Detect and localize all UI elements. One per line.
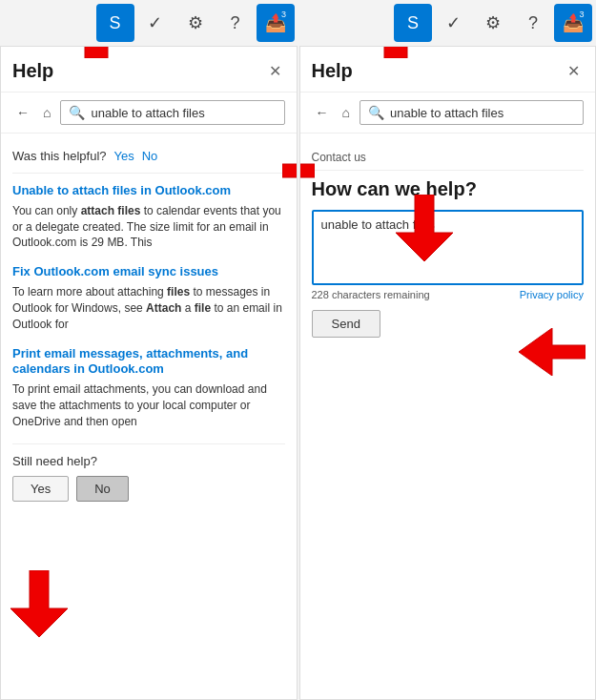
still-help-title: Still need help? <box>12 454 285 468</box>
left-search-input[interactable] <box>91 106 276 120</box>
right-panel-body: Contact us How can we help? unable to at… <box>300 134 596 699</box>
question-icon-right[interactable]: ? <box>514 4 552 42</box>
chars-remaining: 228 characters remaining <box>312 289 430 300</box>
send-icon-right[interactable]: 📤 3 <box>554 4 592 42</box>
back-btn-right[interactable]: ← <box>312 103 333 122</box>
right-search-input[interactable] <box>390 106 575 120</box>
right-panel-close[interactable]: ✕ <box>564 58 584 84</box>
home-btn-left[interactable]: ⌂ <box>39 103 54 122</box>
right-search-bar: ← ⌂ 🔍 <box>300 93 596 134</box>
left-search-box[interactable]: 🔍 <box>60 100 284 125</box>
right-search-box[interactable]: 🔍 <box>360 100 584 125</box>
checkmark-icon-right[interactable]: ✓ <box>434 4 472 42</box>
still-yes-btn[interactable]: Yes <box>12 476 69 502</box>
article-2-title[interactable]: Fix Outlook.com email sync issues <box>12 264 285 280</box>
send-button[interactable]: Send <box>312 310 380 338</box>
toolbar-left: S ✓ ⚙ ? 📤 3 <box>0 0 298 46</box>
article-3-title[interactable]: Print email messages, attachments, and c… <box>12 346 285 379</box>
still-help-section: Still need help? Yes No <box>12 443 285 502</box>
contact-label: Contact us <box>312 143 585 171</box>
article-1-title[interactable]: Unable to attach files in Outlook.com <box>12 183 285 199</box>
left-panel-header: Help ✕ <box>1 47 297 93</box>
badge-right: 3 <box>575 8 588 21</box>
left-panel: Help ✕ ← ⌂ 🔍 Was this helpful? Yes No Un… <box>0 46 298 700</box>
search-icon-right: 🔍 <box>368 105 384 120</box>
article-1: Unable to attach files in Outlook.com Yo… <box>12 183 285 251</box>
toolbar-right: S ✓ ⚙ ? 📤 3 <box>298 0 597 46</box>
badge-left: 3 <box>277 8 291 21</box>
contact-textarea-wrap[interactable]: unable to attach files <box>312 210 585 285</box>
right-panel: Help ✕ ← ⌂ 🔍 Contact us How can we help?… <box>299 46 597 700</box>
left-search-bar: ← ⌂ 🔍 <box>1 93 297 134</box>
article-3-body: To print email attachments, you can down… <box>12 381 285 429</box>
left-panel-body: Was this helpful? Yes No Unable to attac… <box>1 134 297 699</box>
checkmark-icon-left[interactable]: ✓ <box>136 4 175 42</box>
toolbar: S ✓ ⚙ ? 📤 3 S ✓ ⚙ ? 📤 3 <box>0 0 596 46</box>
article-1-body: You can only attach files to calendar ev… <box>12 203 285 251</box>
home-btn-right[interactable]: ⌂ <box>339 103 354 122</box>
still-no-btn[interactable]: No <box>76 476 129 502</box>
question-icon-left[interactable]: ? <box>216 4 255 42</box>
helpful-label: Was this helpful? <box>12 149 107 163</box>
article-3: Print email messages, attachments, and c… <box>12 346 285 430</box>
helpful-yes-btn[interactable]: Yes <box>114 149 134 163</box>
right-panel-header: Help ✕ <box>300 47 596 93</box>
helpful-no-btn[interactable]: No <box>142 149 158 163</box>
panels: Help ✕ ← ⌂ 🔍 Was this helpful? Yes No Un… <box>0 46 596 700</box>
left-panel-close[interactable]: ✕ <box>265 58 285 84</box>
gear-icon-left[interactable]: ⚙ <box>176 4 215 42</box>
contact-heading: How can we help? <box>312 178 585 200</box>
search-icon-left: 🔍 <box>69 105 85 120</box>
chars-row: 228 characters remaining Privacy policy <box>312 289 585 300</box>
right-panel-title: Help <box>312 60 565 82</box>
skype-icon-left[interactable]: S <box>96 4 134 42</box>
back-btn-left[interactable]: ← <box>12 103 33 122</box>
privacy-link[interactable]: Privacy policy <box>520 289 584 300</box>
article-2-body: To learn more about attaching files to m… <box>12 284 285 332</box>
skype-icon-right[interactable]: S <box>394 4 432 42</box>
article-2: Fix Outlook.com email sync issues To lea… <box>12 264 285 332</box>
contact-textarea[interactable]: unable to attach files <box>321 217 575 275</box>
helpful-row: Was this helpful? Yes No <box>12 143 285 174</box>
send-icon-left[interactable]: 📤 3 <box>257 4 295 42</box>
left-panel-title: Help <box>12 60 265 82</box>
gear-icon-right[interactable]: ⚙ <box>474 4 512 42</box>
still-help-btns: Yes No <box>12 476 285 502</box>
